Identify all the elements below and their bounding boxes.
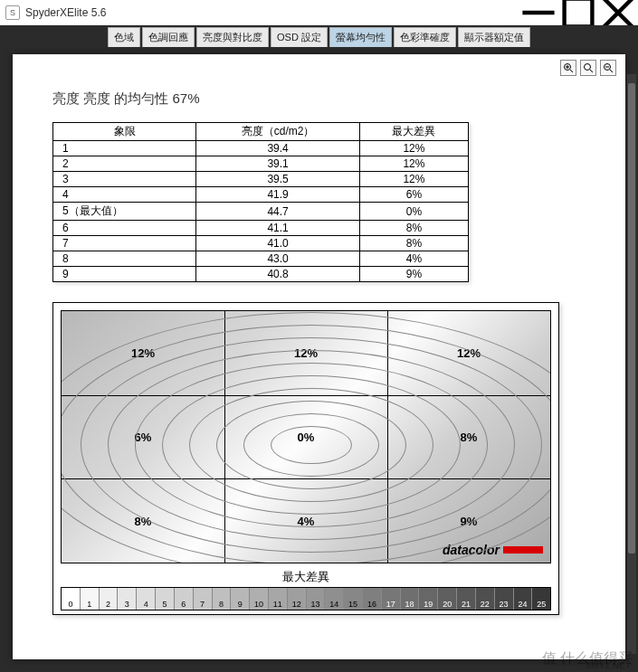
table-cell: 3 xyxy=(53,172,196,187)
brand-bar-icon xyxy=(503,546,543,554)
tab-1[interactable]: 色調回應 xyxy=(142,27,195,47)
table-cell: 12% xyxy=(359,141,468,156)
uniformity-chart: datacolor 12%12%12%6%0%8%8%4%9% 最大差異 012… xyxy=(52,302,559,615)
zone-label: 4% xyxy=(298,514,315,527)
table-cell: 2 xyxy=(53,156,196,172)
zone-label: 6% xyxy=(135,431,152,444)
colorbar-swatch: 5 xyxy=(156,588,175,610)
table-cell: 0% xyxy=(359,203,468,221)
table-cell: 9% xyxy=(359,267,468,282)
colorbar-swatch: 11 xyxy=(269,588,288,610)
zone-label: 12% xyxy=(294,346,318,360)
table-cell: 41.9 xyxy=(196,187,360,203)
table-row: 843.04% xyxy=(53,251,469,267)
tab-3[interactable]: OSD 設定 xyxy=(271,27,328,47)
colorbar-swatch: 2 xyxy=(100,588,119,610)
table-cell: 12% xyxy=(359,156,468,172)
zoom-out-icon[interactable] xyxy=(600,60,616,76)
vertical-scrollbar[interactable] xyxy=(627,74,636,654)
colorbar-swatch: 6 xyxy=(175,588,194,610)
table-cell: 1 xyxy=(53,141,196,156)
colorbar-swatch: 24 xyxy=(514,588,533,610)
table-header: 最大差異 xyxy=(359,123,468,141)
colorbar-swatch: 18 xyxy=(401,588,420,610)
heatmap-plot: datacolor 12%12%12%6%0%8%8%4%9% xyxy=(61,310,551,563)
table-row: 5（最大值）44.70% xyxy=(53,203,469,221)
colorbar-swatch: 14 xyxy=(325,588,344,610)
colorbar-swatch: 21 xyxy=(457,588,476,610)
table-cell: 41.1 xyxy=(196,221,360,236)
zone-label: 12% xyxy=(457,346,481,360)
table-cell: 9 xyxy=(53,267,196,282)
colorbar-swatch: 17 xyxy=(382,588,401,610)
table-cell: 39.4 xyxy=(196,141,360,156)
app-icon: S xyxy=(5,5,20,20)
table-header: 象限 xyxy=(53,123,196,141)
svg-line-5 xyxy=(570,70,573,72)
tab-5[interactable]: 色彩準確度 xyxy=(394,27,456,47)
table-cell: 41.0 xyxy=(196,236,360,251)
report-page: 亮度 亮度 的均勻性 67% 象限亮度（cd/m2）最大差異 139.412%2… xyxy=(13,54,625,659)
table-cell: 39.1 xyxy=(196,156,360,172)
colorbar-swatch: 15 xyxy=(344,588,363,610)
table-cell: 43.0 xyxy=(196,251,360,267)
table-cell: 12% xyxy=(359,172,468,187)
colorbar-swatch: 13 xyxy=(307,588,326,610)
colorbar-swatch: 12 xyxy=(288,588,307,610)
table-header: 亮度（cd/m2） xyxy=(196,123,360,141)
table-cell: 4 xyxy=(53,187,196,203)
table-row: 741.08% xyxy=(53,236,469,251)
colorbar-swatch: 25 xyxy=(532,588,550,610)
colorbar-swatch: 4 xyxy=(137,588,156,610)
zone-label: 12% xyxy=(131,346,155,360)
zone-label: 9% xyxy=(461,514,478,527)
table-cell: 8% xyxy=(359,236,468,251)
legend-title: 最大差異 xyxy=(61,569,551,585)
page-heading: 亮度 亮度 的均勻性 67% xyxy=(52,90,586,108)
colorbar-swatch: 0 xyxy=(62,588,81,610)
table-cell: 4% xyxy=(359,251,468,267)
zone-label: 8% xyxy=(135,514,152,527)
table-row: 339.512% xyxy=(53,172,469,187)
tab-2[interactable]: 亮度與對比度 xyxy=(196,27,269,47)
page-content: 亮度 亮度 的均勻性 67% 象限亮度（cd/m2）最大差異 139.412%2… xyxy=(13,54,625,629)
tab-6[interactable]: 顯示器額定值 xyxy=(458,27,530,47)
maximize-button[interactable] xyxy=(558,0,598,25)
viewer-frame: 色域色調回應亮度與對比度OSD 設定螢幕均勻性色彩準確度顯示器額定值 亮度 亮度… xyxy=(0,25,638,672)
colorbar-swatch: 10 xyxy=(250,588,269,610)
colorbar-swatch: 16 xyxy=(363,588,382,610)
table-row: 441.96% xyxy=(53,187,469,203)
colorbar-swatch: 23 xyxy=(495,588,514,610)
colorbar-swatch: 7 xyxy=(194,588,213,610)
minimize-button[interactable] xyxy=(519,0,558,25)
report-tabs: 色域色調回應亮度與對比度OSD 設定螢幕均勻性色彩準確度顯示器額定值 xyxy=(0,25,638,47)
window-titlebar: S SpyderXElite 5.6 xyxy=(0,0,638,25)
zoom-in-icon[interactable] xyxy=(560,60,576,76)
tab-0[interactable]: 色域 xyxy=(108,27,140,47)
close-button[interactable] xyxy=(598,0,638,25)
colorbar-swatch: 1 xyxy=(81,588,100,610)
table-cell: 7 xyxy=(53,236,196,251)
table-cell: 6% xyxy=(359,187,468,203)
brand-logo: datacolor xyxy=(443,543,543,557)
svg-rect-1 xyxy=(565,0,593,26)
colorbar-swatch: 22 xyxy=(476,588,495,610)
tab-4[interactable]: 螢幕均勻性 xyxy=(329,27,392,47)
table-row: 641.18% xyxy=(53,221,469,236)
zoom-fit-icon[interactable] xyxy=(580,60,596,76)
colorbar-swatch: 19 xyxy=(419,588,438,610)
table-cell: 8 xyxy=(53,251,196,267)
colorbar-swatch: 9 xyxy=(231,588,250,610)
colorbar-swatch: 20 xyxy=(438,588,457,610)
svg-line-11 xyxy=(610,70,613,72)
table-cell: 8% xyxy=(359,221,468,236)
colorbar-legend: 0123456789101112131415161718192021222324… xyxy=(61,587,551,610)
zone-label: 0% xyxy=(298,431,315,444)
table-row: 139.412% xyxy=(53,141,469,156)
scrollbar-thumb[interactable] xyxy=(628,83,635,554)
table-cell: 40.8 xyxy=(196,267,360,282)
uniformity-table: 象限亮度（cd/m2）最大差異 139.412%239.112%339.512%… xyxy=(52,122,469,282)
table-cell: 5（最大值） xyxy=(53,203,196,221)
table-cell: 6 xyxy=(53,221,196,236)
table-cell: 39.5 xyxy=(196,172,360,187)
